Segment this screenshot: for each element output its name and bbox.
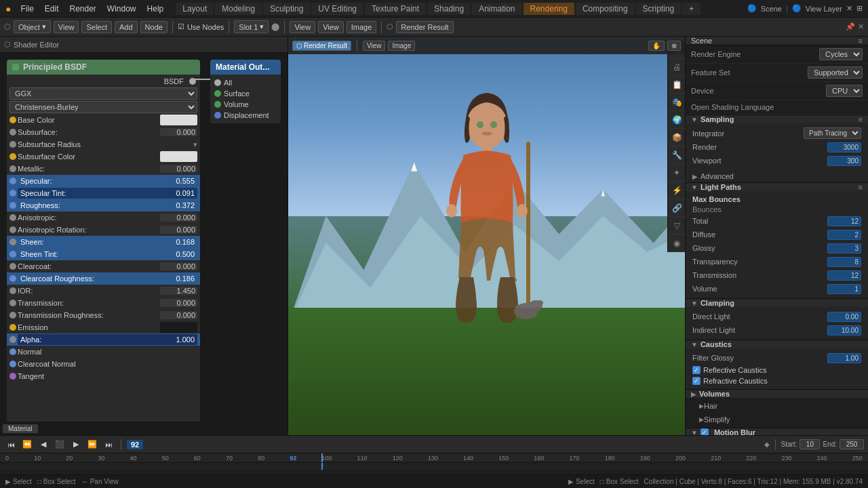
reflective-caustics-row[interactable]: ✓ Reflective Caustics (686, 365, 868, 375)
physics-properties-icon[interactable]: ⚡ (685, 182, 686, 199)
refractive-caustics-row[interactable]: ✓ Refractive Caustics (686, 375, 868, 386)
slot-dropdown[interactable]: Slot 1 ▾ (234, 20, 269, 33)
anisotropic-row[interactable]: Anisotropic: (7, 211, 200, 224)
viewport-view-btn[interactable]: View (363, 41, 386, 51)
workspace-scripting[interactable]: Scripting (636, 3, 682, 15)
current-frame-display[interactable]: 92 (127, 440, 143, 449)
advanced-section[interactable]: Advanced (686, 170, 868, 182)
jump-end-btn[interactable]: ⏭ (102, 438, 115, 451)
light-paths-section-header[interactable]: Light Paths ≡ (686, 182, 868, 191)
feature-set-dropdown[interactable]: Supported (808, 66, 863, 79)
world-properties-icon[interactable]: 🌍 (685, 111, 686, 129)
caustics-section-header[interactable]: Caustics (686, 340, 868, 348)
viewport-hand-btn[interactable]: ✋ (648, 41, 665, 51)
top-right-x[interactable]: ✕ (846, 4, 852, 13)
material-tab[interactable]: Material (3, 424, 38, 433)
filter-glossy-value[interactable] (827, 353, 861, 363)
top-expand[interactable]: ⊞ (856, 4, 863, 13)
principled-bsdf-node[interactable]: Principled BSDF BSDF GGX (7, 60, 200, 428)
emission-row[interactable]: Emission (7, 321, 200, 333)
specular-slider[interactable]: Specular: 0.555 (18, 176, 197, 186)
sampling-settings-icon[interactable]: ≡ (859, 115, 863, 123)
transmission-row[interactable]: Transmission: (7, 297, 200, 309)
clearcoat-value[interactable] (160, 262, 197, 270)
play-btn[interactable]: ▶ (69, 438, 83, 451)
window-menu[interactable]: Window (103, 3, 140, 15)
play-rev-btn[interactable]: ◀ (37, 438, 50, 451)
direct-light-value[interactable] (827, 312, 861, 322)
distribution-row[interactable]: GGX (7, 87, 200, 100)
volumes-section-header[interactable]: Volumes (686, 389, 868, 398)
help-menu[interactable]: Help (143, 3, 168, 15)
jump-start-btn[interactable]: ⏮ (4, 438, 18, 451)
viewport-samples-value[interactable] (827, 156, 861, 166)
clearcoat-row[interactable]: Clearcoat: (7, 260, 200, 272)
workspace-add[interactable]: + (682, 3, 701, 15)
node-editor-area[interactable]: Principled BSDF BSDF GGX (0, 53, 288, 435)
render-engine-dropdown[interactable]: Cycles (819, 48, 863, 60)
data-properties-icon[interactable]: ▽ (685, 217, 686, 235)
sheen-slider[interactable]: Sheen: 0.168 (18, 237, 197, 247)
material-output-node[interactable]: Material Out... All Surface (210, 60, 281, 428)
tangent-row[interactable]: Tangent (7, 370, 200, 382)
anisotropic-rotation-row[interactable]: Anisotropic Rotation: (7, 224, 200, 236)
workspace-rendering[interactable]: Rendering (524, 3, 574, 15)
render-result-btn[interactable]: ⬡ Render Result (292, 41, 351, 51)
viewport-crosshair-btn[interactable]: ⊕ (667, 41, 681, 51)
subsurface-method-row[interactable]: Christensen-Burley (7, 100, 200, 114)
base-color-row[interactable]: Base Color (7, 114, 200, 126)
view-btn[interactable]: View (54, 21, 79, 33)
render-view-btn[interactable]: View (318, 21, 344, 33)
specular-tint-slider[interactable]: Specular Tint: 0.091 (18, 188, 197, 199)
sheen-tint-row[interactable]: Sheen Tint: 0.500 (7, 248, 200, 260)
normal-row[interactable]: Normal (7, 346, 200, 358)
start-frame-input[interactable] (800, 439, 820, 449)
add-btn[interactable]: Add (115, 21, 138, 33)
integrator-dropdown[interactable]: Path Tracing (804, 127, 861, 139)
node-btn[interactable]: Node (140, 21, 167, 33)
output-properties-icon[interactable]: 🖨 (685, 58, 686, 76)
rpanel-filter-icon[interactable]: ≡ (859, 37, 863, 45)
next-frame-btn[interactable]: ⏩ (85, 438, 99, 451)
view-layer-properties-icon[interactable]: 📋 (685, 76, 686, 94)
object-properties-icon[interactable]: 📦 (685, 129, 686, 146)
roughness-slider[interactable]: Roughness: 0.372 (18, 200, 197, 211)
reflective-caustics-checkbox[interactable]: ✓ (692, 366, 701, 374)
base-color-swatch[interactable] (160, 115, 197, 125)
specular-row[interactable]: Specular: 0.555 (7, 175, 200, 187)
roughness-row[interactable]: Roughness: 0.372 (7, 199, 200, 211)
material-properties-icon[interactable]: ◉ (685, 235, 686, 252)
transmission-bounces-value[interactable] (827, 270, 861, 281)
alpha-slider[interactable]: Alpha: 1.000 (18, 334, 197, 345)
anisotropic-value[interactable] (160, 214, 197, 222)
subsurface-row[interactable]: Subsurface: (7, 126, 200, 138)
subsurface-radius-row[interactable]: Subsurface Radius ▾ (7, 138, 200, 150)
anisotropic-rotation-value[interactable] (160, 226, 197, 234)
view-dropdown[interactable]: View (290, 21, 315, 33)
transmission-roughness-row[interactable]: Transmission Roughness: (7, 309, 200, 321)
distribution-dropdown[interactable]: GGX (9, 87, 197, 100)
sheen-row[interactable]: Sheen: 0.168 (7, 236, 200, 248)
subsurface-method-dropdown[interactable]: Christensen-Burley (9, 101, 197, 113)
render-menu[interactable]: Render (66, 3, 100, 15)
transmission-value[interactable] (160, 299, 197, 307)
specular-tint-row[interactable]: Specular Tint: 0.091 (7, 187, 200, 199)
workspace-animation[interactable]: Animation (472, 3, 521, 15)
motion-blur-section-header[interactable]: ✓ Motion Blur (686, 428, 868, 435)
metallic-row[interactable]: Metallic: (7, 163, 200, 175)
sampling-section-header[interactable]: Sampling ≡ (686, 115, 868, 123)
modifier-properties-icon[interactable]: 🔧 (685, 146, 686, 164)
image-btn[interactable]: Image (347, 21, 377, 33)
refractive-caustics-checkbox[interactable]: ✓ (692, 377, 701, 385)
render-samples-value[interactable] (827, 142, 861, 152)
subsurface-value[interactable] (160, 128, 197, 136)
motion-blur-checkbox[interactable]: ✓ (701, 428, 709, 435)
workspace-texture-paint[interactable]: Texture Paint (365, 3, 426, 15)
metallic-value[interactable] (160, 165, 197, 173)
particles-properties-icon[interactable]: ✦ (685, 164, 686, 182)
transparency-bounces-value[interactable] (827, 257, 861, 267)
sheen-tint-slider[interactable]: Sheen Tint: 0.500 (18, 249, 197, 260)
subsurface-color-row[interactable]: Subsurface Color (7, 150, 200, 163)
clamping-section-header[interactable]: Clamping (686, 298, 868, 307)
pin-icon[interactable]: 📌 (846, 22, 855, 31)
